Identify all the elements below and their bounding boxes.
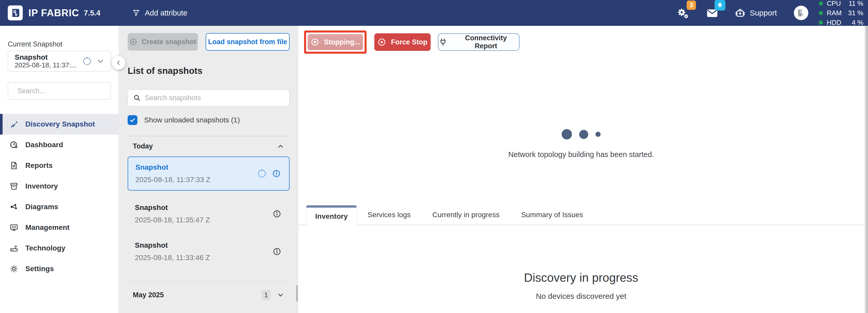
check-icon [129,117,136,123]
gear-icon [9,264,19,274]
sidebar: Current Snapshot Snapshot 2025-08-18, 11… [0,26,119,313]
system-settings-button[interactable]: 3 [676,6,690,20]
group-header-may-2025[interactable]: May 2025 1 [128,286,289,304]
sidebar-item-reports[interactable]: Reports [0,155,119,176]
router-icon [9,244,19,253]
add-attribute-button[interactable]: Add attribute [132,9,187,17]
topology-status-message: Network topology building has been start… [299,150,864,159]
chevron-down-icon [96,57,105,66]
bell-icon [716,2,723,9]
user-avatar[interactable] [794,6,808,20]
snapshot-selector-dropdown[interactable]: Snapshot 2025-08-18, 11:37:... [8,51,111,71]
octagon-x-icon [377,38,386,46]
sidebar-item-label: Dashboard [25,141,63,149]
sidebar-item-label: Diagrams [25,203,58,211]
loading-dots-icon [299,129,864,140]
sidebar-item-label: Settings [25,265,54,273]
sidebar-item-dashboard[interactable]: Dashboard [0,134,119,155]
discovery-tabs: Inventory Services logs Currently in pro… [299,205,864,225]
sidebar-item-label: Technology [25,244,65,252]
settings-badge: 3 [687,1,696,10]
create-snapshot-label: Create snapshot [142,38,196,46]
chevron-down-icon[interactable] [277,291,284,299]
snapshot-item-timestamp: 2025-08-18, 11:33:46 Z [135,254,282,262]
sidebar-search-input[interactable] [17,87,109,95]
tab-inventory[interactable]: Inventory [306,205,357,225]
panel-scrollbar-thumb[interactable] [296,285,298,302]
group-label: Today [133,142,153,150]
info-icon[interactable] [272,169,281,178]
version-label: 7.5.4 [84,9,100,17]
network-graph-icon [9,202,19,212]
page-scrollbar[interactable] [864,26,868,313]
cpu-label: CPU [827,0,842,7]
notifications-button[interactable] [706,6,719,19]
tab-services-logs[interactable]: Services logs [357,205,422,225]
main-content: Stopping... Force Stop Connectivity Repo… [299,26,868,313]
hdd-label: HDD [827,19,842,27]
snapshot-list-panel: Create snapshot Load snapshot from file … [119,26,299,313]
info-icon[interactable] [273,210,281,218]
tab-currently-in-progress[interactable]: Currently in progress [422,205,510,225]
discovery-actions: Stopping... Force Stop Connectivity Repo… [304,30,520,54]
page-scrollbar-thumb[interactable] [866,26,868,313]
hdd-value: 4 % [845,19,863,27]
stop-circle-icon [311,38,319,46]
sidebar-item-label: Inventory [25,182,58,190]
snapshot-list-item[interactable]: Snapshot 2025-08-18, 11:37:33 Z [128,156,289,191]
stopping-label: Stopping... [324,38,360,46]
sidebar-item-settings[interactable]: Settings [0,258,119,279]
support-button[interactable]: Support [735,7,777,18]
group-header-today[interactable]: Today [128,138,289,155]
show-unloaded-label: Show unloaded snapshots (1) [144,116,240,124]
top-bar: IP FABRIC 7.5.4 Add attribute [0,0,868,26]
connectivity-report-label: Connectivity Report [453,34,519,50]
document-icon [9,161,19,170]
ipfabric-logo[interactable] [8,5,23,21]
header-right-cluster: 3 Support [676,0,868,27]
connectivity-report-button[interactable]: Connectivity Report [438,33,520,51]
sidebar-item-diagrams[interactable]: Diagrams [0,196,119,217]
cpu-status-dot [819,1,823,6]
snapshot-search-input[interactable] [145,94,284,102]
sidebar-collapse-button[interactable] [112,56,125,69]
sidebar-item-management[interactable]: Management [0,217,119,238]
empty-state-subtitle: No devices discovered yet [299,292,864,301]
create-snapshot-button[interactable]: Create snapshot [128,33,198,51]
show-unloaded-toggle[interactable]: Show unloaded snapshots (1) [128,115,289,125]
sidebar-item-label: Management [25,223,69,232]
filter-funnel-icon [132,9,140,17]
tab-label: Inventory [315,212,348,221]
checkbox-checked-icon[interactable] [128,115,137,125]
ram-value: 31 % [845,9,863,17]
load-snapshot-button[interactable]: Load snapshot from file [206,33,289,51]
rocket-icon [9,120,19,129]
load-snapshot-label: Load snapshot from file [208,38,287,46]
snapshot-item-timestamp: 2025-08-18, 11:35:47 Z [135,216,282,224]
tab-label: Currently in progress [432,211,500,219]
tab-label: Services logs [368,211,411,219]
chevron-left-icon [115,59,122,66]
divider [128,136,289,136]
snapshot-item-title: Snapshot [135,241,282,249]
gauge-icon [9,140,19,150]
ipfabric-logo-icon [9,7,21,19]
snapshot-list-item[interactable]: Snapshot 2025-08-18, 11:33:46 Z [128,235,289,268]
sidebar-item-technology[interactable]: Technology [0,238,119,258]
group-label: May 2025 [133,291,164,299]
force-stop-label: Force Stop [391,38,427,46]
stopping-button[interactable]: Stopping... [308,34,363,50]
force-stop-button[interactable]: Force Stop [374,33,431,51]
tab-summary-of-issues[interactable]: Summary of Issues [510,205,594,225]
sidebar-item-discovery-snapshot[interactable]: Discovery Snapshot [0,114,119,134]
plus-circle-icon [129,38,137,46]
current-snapshot-label: Current Snapshot [8,40,111,48]
ram-label: RAM [827,9,842,17]
info-icon[interactable] [273,247,281,256]
snapshot-list-item[interactable]: Snapshot 2025-08-18, 11:35:47 Z [128,197,289,230]
bell-badge [715,0,725,10]
inventory-empty-state: Discovery in progress No devices discove… [299,271,864,301]
snapshot-search [128,89,289,106]
sidebar-item-inventory[interactable]: Inventory [0,176,119,196]
chevron-up-icon[interactable] [277,143,284,150]
